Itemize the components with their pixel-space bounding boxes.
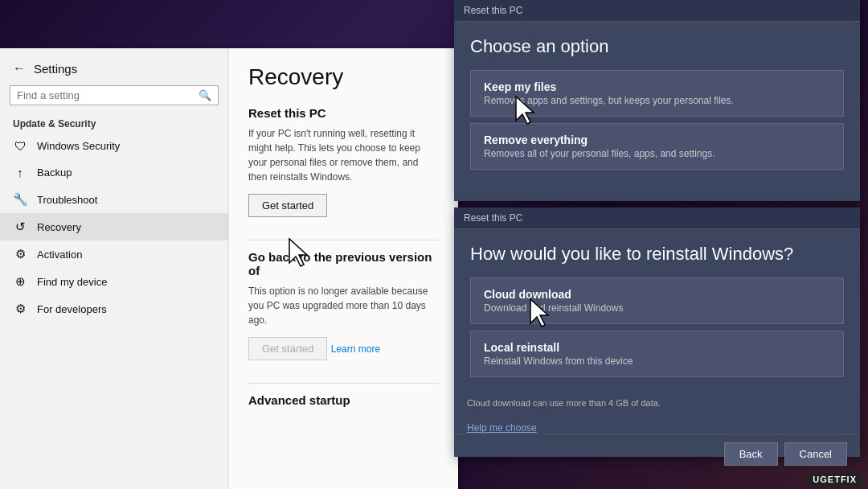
watermark: UGETFIX bbox=[808, 473, 862, 486]
local-reinstall-button[interactable]: Local reinstall Reinstall Windows from t… bbox=[470, 331, 844, 377]
backup-icon: ↑ bbox=[13, 166, 27, 179]
dialog-reinstall-windows: Reset this PC How would you like to rein… bbox=[454, 208, 860, 457]
dialog-choose-option: Reset this PC Choose an option Keep my f… bbox=[454, 0, 860, 201]
cancel-button[interactable]: Cancel bbox=[784, 442, 847, 466]
keep-files-button[interactable]: Keep my files Removes apps and settings,… bbox=[470, 70, 844, 117]
remove-everything-desc: Removes all of your personal files, apps… bbox=[484, 148, 830, 159]
dialog1-titlebar: Reset this PC bbox=[454, 0, 860, 22]
sidebar-item-find-device[interactable]: ⊕ Find my device bbox=[0, 268, 228, 295]
cloud-download-button[interactable]: Cloud download Download and reinstall Wi… bbox=[470, 277, 844, 324]
sidebar-item-recovery[interactable]: ↺ Recovery bbox=[0, 213, 228, 240]
sidebar-item-label: Backup bbox=[37, 166, 72, 179]
sidebar-item-label: Windows Security bbox=[37, 140, 120, 152]
reset-section-title: Reset this PC bbox=[248, 106, 439, 120]
learn-more-link[interactable]: Learn more bbox=[331, 343, 380, 355]
sidebar-item-label: Activation bbox=[37, 249, 82, 261]
sidebar-section-label: Update & Security bbox=[0, 112, 228, 133]
cloud-download-desc: Download and reinstall Windows bbox=[484, 302, 830, 314]
reset-section-desc: If your PC isn't running well, resetting… bbox=[248, 126, 439, 184]
sidebar-item-label: Recovery bbox=[37, 221, 81, 233]
sidebar-item-windows-security[interactable]: 🛡 Windows Security bbox=[0, 133, 228, 159]
sidebar-item-backup[interactable]: ↑ Backup bbox=[0, 159, 228, 186]
sidebar-item-label: Troubleshoot bbox=[37, 194, 97, 206]
go-back-section-desc: This option is no longer available becau… bbox=[248, 284, 439, 327]
dialog2-titlebar: Reset this PC bbox=[454, 208, 860, 229]
advanced-startup-title: Advanced startup bbox=[248, 393, 439, 407]
remove-everything-title: Remove everything bbox=[484, 134, 830, 146]
back-button[interactable]: Back bbox=[724, 442, 778, 466]
settings-window: ← Settings 🔍 Update & Security 🛡 Windows… bbox=[0, 48, 458, 489]
go-back-get-started-button[interactable]: Get started bbox=[248, 337, 327, 360]
search-input[interactable] bbox=[17, 89, 199, 101]
dialog2-body: How would you like to reinstall Windows?… bbox=[454, 229, 860, 398]
dialog2-footer: Back Cancel bbox=[454, 434, 860, 474]
back-button[interactable]: ← bbox=[13, 61, 26, 76]
keep-files-desc: Removes apps and settings, but keeps you… bbox=[484, 95, 830, 106]
page-title: Recovery bbox=[248, 64, 439, 90]
reset-get-started-button[interactable]: Get started bbox=[248, 194, 327, 217]
dialog2-heading: How would you like to reinstall Windows? bbox=[470, 244, 844, 265]
dialog1-body: Choose an option Keep my files Removes a… bbox=[454, 22, 860, 201]
help-me-choose-link[interactable]: Help me choose bbox=[454, 414, 860, 434]
sidebar-item-developers[interactable]: ⚙ For developers bbox=[0, 295, 228, 323]
divider-1 bbox=[248, 240, 439, 240]
recovery-icon: ↺ bbox=[13, 220, 27, 234]
main-content: Recovery Reset this PC If your PC isn't … bbox=[229, 48, 458, 489]
go-back-section-title: Go back to the previous version of bbox=[248, 250, 439, 277]
shield-icon: 🛡 bbox=[13, 139, 27, 153]
search-icon: 🔍 bbox=[199, 89, 211, 101]
search-box[interactable]: 🔍 bbox=[10, 85, 219, 105]
cloud-note: Cloud download can use more than 4 GB of… bbox=[454, 398, 860, 414]
cloud-download-title: Cloud download bbox=[484, 288, 830, 301]
activation-icon: ⚙ bbox=[13, 247, 27, 261]
sidebar-item-activation[interactable]: ⚙ Activation bbox=[0, 240, 228, 268]
sidebar-item-label: For developers bbox=[37, 303, 107, 315]
local-reinstall-title: Local reinstall bbox=[484, 341, 830, 354]
sidebar-item-troubleshoot[interactable]: 🔧 Troubleshoot bbox=[0, 186, 228, 213]
remove-everything-button[interactable]: Remove everything Removes all of your pe… bbox=[470, 123, 844, 170]
sidebar: ← Settings 🔍 Update & Security 🛡 Windows… bbox=[0, 48, 229, 489]
sidebar-header: ← Settings bbox=[0, 48, 228, 82]
sidebar-item-label: Find my device bbox=[37, 276, 107, 288]
troubleshoot-icon: 🔧 bbox=[13, 192, 27, 207]
local-reinstall-desc: Reinstall Windows from this device bbox=[484, 355, 830, 367]
keep-files-title: Keep my files bbox=[484, 80, 830, 93]
dialog1-heading: Choose an option bbox=[470, 36, 844, 57]
settings-title: Settings bbox=[34, 62, 77, 76]
divider-2 bbox=[248, 383, 439, 384]
find-device-icon: ⊕ bbox=[13, 274, 27, 289]
developers-icon: ⚙ bbox=[13, 302, 27, 316]
